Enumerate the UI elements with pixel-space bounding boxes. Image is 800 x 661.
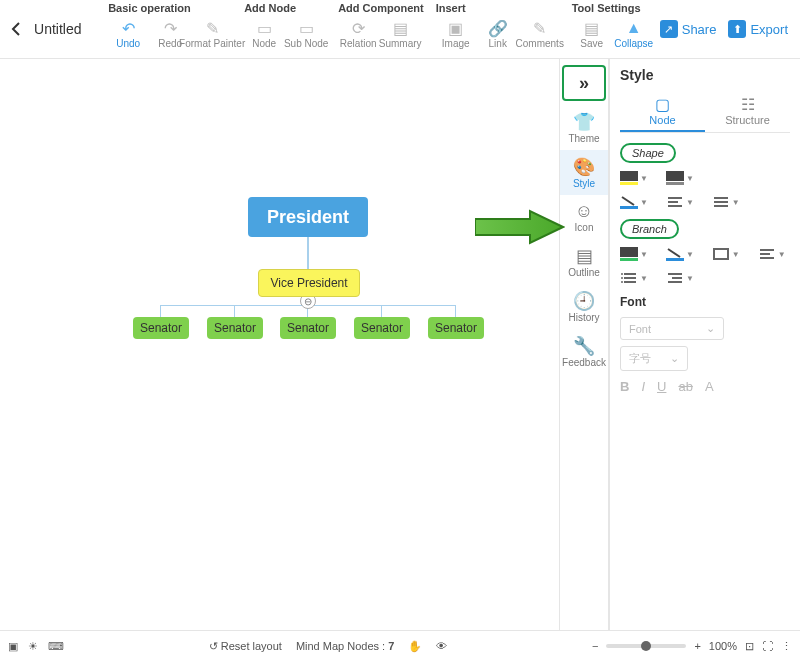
eye-tool[interactable]: 👁	[436, 640, 447, 652]
save-button[interactable]: ▤Save	[572, 16, 612, 51]
sidebar-item-style[interactable]: 🎨Style	[560, 150, 608, 195]
summary-button[interactable]: ▤Summary	[380, 16, 420, 51]
fit-button[interactable]: ⊡	[745, 640, 754, 653]
font-placeholder: Font	[629, 323, 651, 335]
group-title: Insert	[436, 2, 560, 16]
relation-button[interactable]: ⟳Relation	[338, 16, 378, 51]
font-size-select[interactable]: 字号⌄	[620, 346, 688, 371]
sidebar-item-outline[interactable]: ▤Outline	[560, 239, 608, 284]
align-icon	[758, 247, 776, 261]
underline-button[interactable]: U	[657, 379, 666, 394]
sidebar-item-label: Theme	[568, 133, 599, 144]
sidebar-item-label: Style	[573, 178, 595, 189]
share-icon: ↗	[660, 20, 678, 38]
sidebar-item-icon[interactable]: ☺Icon	[560, 195, 608, 239]
svg-rect-5	[620, 206, 638, 209]
annotation-arrow	[475, 207, 565, 247]
image-icon: ▣	[446, 18, 466, 38]
canvas[interactable]: ⊖ President Vice President Senator Senat…	[0, 59, 559, 632]
sidebar-item-label: Feedback	[562, 357, 606, 368]
sub-node-button[interactable]: ▭Sub Node	[286, 16, 326, 51]
export-label: Export	[750, 22, 788, 37]
node-icon: ▢	[655, 95, 670, 114]
list-icon	[620, 271, 638, 285]
svg-rect-4	[666, 182, 684, 185]
svg-marker-0	[475, 211, 563, 243]
fullscreen-button[interactable]: ⛶	[762, 640, 773, 652]
branch-indent-picker[interactable]: ▼	[666, 271, 694, 285]
sidebar-item-feedback[interactable]: 🔧Feedback	[560, 329, 608, 374]
sidebar-item-history[interactable]: 🕘History	[560, 284, 608, 329]
more-button[interactable]: ⋮	[781, 640, 792, 653]
font-section-label: Font	[620, 295, 790, 309]
back-button[interactable]	[0, 0, 34, 58]
text-color-button[interactable]: A	[705, 379, 714, 394]
node-senator[interactable]: Senator	[207, 317, 263, 339]
node-senator[interactable]: Senator	[428, 317, 484, 339]
connector	[381, 305, 382, 317]
theme-icon: 👕	[573, 111, 595, 133]
collapse-button[interactable]: ▲Collapse	[614, 16, 654, 51]
zoom-slider[interactable]	[606, 644, 686, 648]
style-panel: Style ▢ Node ☷ Structure Shape ▼ ▼ ▼ ▼ ▼…	[609, 59, 800, 632]
collapse-panel-button[interactable]: »	[562, 65, 606, 101]
branch-border-picker[interactable]: ▼	[712, 247, 740, 261]
tab-structure[interactable]: ☷ Structure	[705, 91, 790, 132]
branch-list-picker[interactable]: ▼	[620, 271, 648, 285]
zoom-level[interactable]: 100%	[709, 640, 737, 652]
export-button[interactable]: ⬆ Export	[728, 20, 788, 38]
keyboard-icon[interactable]: ⌨	[48, 640, 64, 653]
connector	[160, 305, 161, 317]
svg-rect-8	[666, 258, 684, 261]
node-senator[interactable]: Senator	[354, 317, 410, 339]
align-picker[interactable]: ▼	[666, 195, 694, 209]
document-title[interactable]: Untitled	[34, 0, 102, 58]
branch-fill-picker[interactable]: ▼	[620, 247, 648, 261]
group-title: Basic operation	[108, 2, 232, 16]
zoom-in-button[interactable]: +	[694, 640, 700, 652]
style-icon: 🎨	[573, 156, 595, 178]
undo-button[interactable]: ↶Undo	[108, 16, 148, 51]
image-button[interactable]: ▣Image	[436, 16, 476, 51]
format-painter-icon: ✎	[202, 18, 222, 38]
brightness-icon[interactable]: ☀	[28, 640, 38, 653]
border-color-picker[interactable]: ▼	[666, 171, 694, 185]
group-title: Add Node	[244, 2, 326, 16]
presentation-icon[interactable]: ▣	[8, 640, 18, 653]
node-vice-president[interactable]: Vice President	[258, 269, 360, 297]
hand-tool[interactable]: ✋	[408, 640, 422, 653]
icon-icon: ☺	[575, 201, 593, 222]
undo-label: Undo	[116, 38, 140, 49]
branch-line-picker[interactable]: ▼	[666, 247, 694, 261]
connector	[307, 237, 309, 269]
bold-button[interactable]: B	[620, 379, 629, 394]
node-president[interactable]: President	[248, 197, 368, 237]
link-button[interactable]: 🔗Link	[478, 16, 518, 51]
redo-icon: ↷	[160, 18, 180, 38]
indent-icon	[666, 271, 684, 285]
fill-color-picker[interactable]: ▼	[620, 171, 648, 185]
collapse-label: Collapse	[614, 38, 653, 49]
group-title: Tool Settings	[572, 2, 654, 16]
italic-button[interactable]: I	[641, 379, 645, 394]
branch-align-picker[interactable]: ▼	[758, 247, 786, 261]
format-painter-button[interactable]: ✎Format Painter	[192, 16, 232, 51]
sidebar-item-theme[interactable]: 👕Theme	[560, 105, 608, 150]
line-color-picker[interactable]: ▼	[620, 195, 648, 209]
tab-node[interactable]: ▢ Node	[620, 91, 705, 132]
node-senator[interactable]: Senator	[133, 317, 189, 339]
svg-rect-6	[620, 247, 638, 257]
comments-label: Comments	[516, 38, 564, 49]
zoom-out-button[interactable]: −	[592, 640, 598, 652]
svg-rect-3	[666, 171, 684, 181]
strikethrough-button[interactable]: ab	[678, 379, 692, 394]
node-button[interactable]: ▭Node	[244, 16, 284, 51]
line-style-picker[interactable]: ▼	[712, 195, 740, 209]
reset-layout-button[interactable]: ↺ Reset layout	[209, 640, 282, 653]
reset-label: Reset layout	[221, 640, 282, 652]
comments-button[interactable]: ✎Comments	[520, 16, 560, 51]
node-senator[interactable]: Senator	[280, 317, 336, 339]
font-family-select[interactable]: Font⌄	[620, 317, 724, 340]
node-icon: ▭	[254, 18, 274, 38]
share-button[interactable]: ↗ Share	[660, 20, 717, 38]
